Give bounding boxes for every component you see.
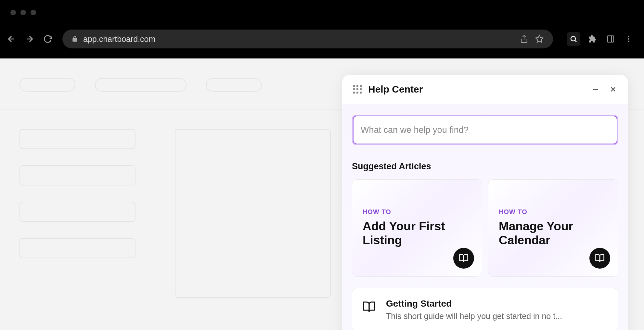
extension-group (567, 32, 635, 46)
reload-icon (43, 34, 52, 44)
sidebar-placeholder (0, 109, 155, 317)
article-card-add-listing[interactable]: HOW TO Add Your First Listing (352, 179, 482, 277)
lock-icon (71, 36, 78, 42)
placeholder-box (19, 129, 135, 149)
search-extension-button[interactable] (567, 32, 580, 46)
article-card-manage-calendar[interactable]: HOW TO Manage Your Calendar (488, 179, 618, 277)
share-button[interactable] (520, 35, 528, 43)
window-minimize-dot[interactable] (20, 10, 26, 15)
address-bar-actions (520, 34, 544, 44)
svg-rect-6 (607, 36, 614, 42)
menu-button[interactable] (623, 33, 635, 45)
page-content: Help Center Suggested Articles HOW TO (0, 58, 644, 330)
placeholder-pill (206, 78, 262, 92)
url-text: app.chartboard.com (83, 34, 515, 44)
panel-icon (606, 35, 615, 43)
main-placeholder (155, 109, 350, 317)
help-header-actions (592, 85, 617, 93)
svg-point-10 (628, 41, 629, 42)
search-icon (570, 35, 577, 43)
card-title: Add Your First Listing (363, 220, 471, 247)
browser-toolbar: app.chartboard.com (0, 23, 644, 55)
window-maximize-dot[interactable] (31, 10, 36, 15)
list-item-content: Getting Started This short guide will he… (386, 298, 608, 321)
list-item-description: This short guide will help you get start… (386, 311, 608, 321)
window-controls (0, 0, 644, 23)
placeholder-pill (19, 78, 75, 92)
drag-handle[interactable] (353, 85, 362, 94)
nav-buttons (6, 33, 53, 44)
reload-button[interactable] (42, 33, 53, 44)
extensions-button[interactable] (586, 33, 599, 45)
arrow-left-icon (6, 34, 16, 44)
placeholder-box (175, 129, 331, 298)
help-title: Help Center (368, 84, 592, 95)
minimize-icon (592, 85, 599, 93)
address-bar[interactable]: app.chartboard.com (62, 30, 553, 48)
share-icon (520, 35, 528, 43)
bookmark-button[interactable] (535, 34, 544, 44)
window-close-dot[interactable] (10, 10, 16, 15)
card-eyebrow: HOW TO (499, 208, 608, 216)
minimize-button[interactable] (592, 85, 599, 93)
list-item-title: Getting Started (386, 298, 608, 309)
svg-point-9 (628, 38, 629, 40)
back-button[interactable] (6, 33, 17, 44)
read-article-button[interactable] (589, 248, 610, 269)
close-button[interactable] (609, 85, 617, 93)
placeholder-box (19, 238, 135, 258)
panel-button[interactable] (604, 33, 617, 45)
svg-line-5 (575, 41, 577, 42)
suggested-articles-title: Suggested Articles (352, 161, 618, 171)
close-icon (609, 85, 617, 93)
article-list-item-getting-started[interactable]: Getting Started This short guide will he… (352, 288, 618, 330)
help-header: Help Center (342, 75, 628, 104)
book-open-icon (459, 253, 469, 263)
placeholder-box (19, 165, 135, 185)
svg-point-4 (571, 36, 575, 41)
svg-marker-3 (535, 35, 543, 42)
puzzle-icon (588, 35, 597, 43)
arrow-right-icon (25, 34, 34, 44)
svg-point-8 (628, 36, 629, 37)
read-article-button[interactable] (453, 248, 474, 269)
book-open-icon (363, 298, 376, 321)
search-wrapper (352, 115, 618, 145)
help-center-panel: Help Center Suggested Articles HOW TO (342, 75, 628, 330)
card-title: Manage Your Calendar (499, 220, 608, 247)
help-body: Suggested Articles HOW TO Add Your First… (342, 104, 628, 330)
book-open-icon (595, 253, 605, 263)
forward-button[interactable] (24, 33, 35, 44)
placeholder-pill (95, 78, 187, 92)
dots-vertical-icon (625, 35, 633, 43)
browser-chrome: app.chartboard.com (0, 0, 644, 58)
article-cards-row: HOW TO Add Your First Listing HOW TO Man… (352, 179, 618, 277)
search-input[interactable] (353, 116, 617, 144)
star-icon (535, 34, 544, 44)
placeholder-box (19, 202, 135, 222)
card-eyebrow: HOW TO (363, 208, 471, 216)
